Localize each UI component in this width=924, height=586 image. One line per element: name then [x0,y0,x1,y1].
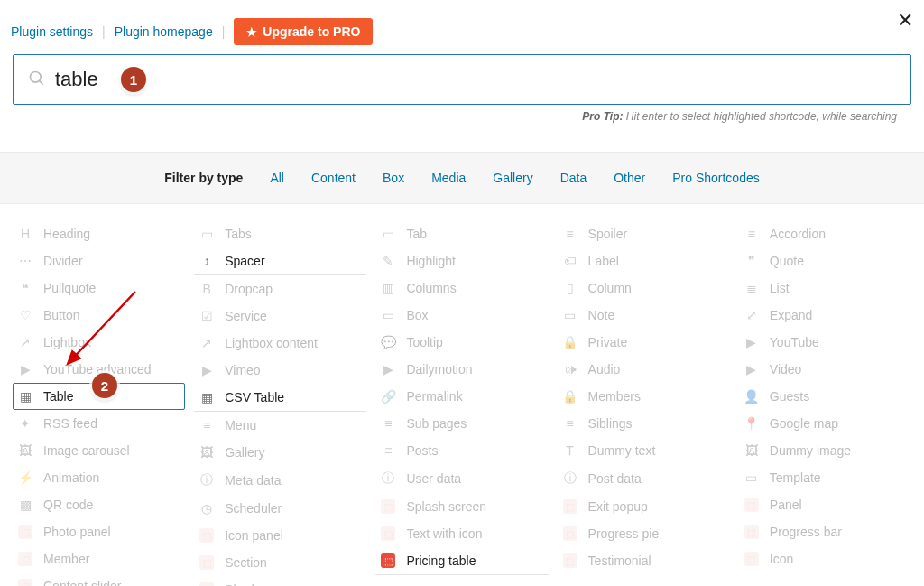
shortcode-item[interactable]: ↗Lightbox content [194,330,366,357]
shortcode-item[interactable]: ⬚Testimonial [558,547,730,574]
shortcode-item[interactable]: ▭Template [739,464,911,491]
shortcode-item[interactable]: ⬚Text with icon [375,520,548,547]
shortcode-item[interactable]: ⬚Splash screen [375,493,548,520]
shortcode-item[interactable]: BDropcap [194,275,366,302]
shortcode-item[interactable]: ⬚Icon [739,545,911,572]
shortcode-item[interactable]: ⬚Progress bar [739,518,911,545]
shortcode-item[interactable]: ↗Lightbox [13,329,185,356]
item-label: Tab [406,227,427,241]
shortcode-item[interactable]: ⓘUser data [375,464,548,493]
shortcode-grid: HHeading⋯Divider❝Pullquote♡Button↗Lightb… [0,204,924,586]
shortcode-item[interactable]: ▦CSV Table [194,384,366,412]
shortcode-item[interactable]: ⬚Progress pie [558,520,730,547]
shortcode-item[interactable]: 🕪Audio [558,356,730,383]
grid-column: HHeading⋯Divider❝Pullquote♡Button↗Lightb… [13,220,185,586]
upgrade-button[interactable]: ★ Upgrade to PRO [234,18,373,45]
item-label: Box [406,308,428,322]
shortcode-item[interactable]: ▭Box [375,302,548,329]
filter-content[interactable]: Content [311,171,356,185]
shortcode-item[interactable]: TDummy text [558,437,730,464]
filter-all[interactable]: All [270,171,284,185]
filter-box[interactable]: Box [383,171,404,185]
shortcode-item[interactable]: ▯Column [558,274,730,302]
star-icon: ★ [246,26,257,38]
shortcode-item[interactable]: ⓘPost data [558,464,730,493]
shortcode-item[interactable]: 💬Tooltip [375,329,548,356]
item-label: Progress bar [770,525,842,539]
shortcode-item[interactable]: ⋯Divider [13,247,185,274]
filter-pro[interactable]: Pro Shortcodes [672,171,760,185]
divider: | [222,24,226,39]
shortcode-item[interactable]: ▭Tabs [194,220,366,247]
shortcode-item[interactable]: ≡Sub pages [375,410,548,437]
item-label: Members [588,389,641,404]
item-label: Section [225,555,267,570]
shortcode-item[interactable]: ⬚Exit popup [558,493,730,520]
shortcode-item[interactable]: ▭Note [558,302,730,329]
plugin-settings-link[interactable]: Plugin settings [11,24,93,39]
shortcode-item[interactable]: ❞Quote [739,247,911,274]
shortcode-item[interactable]: ≡Spoiler [558,220,730,247]
shortcode-item[interactable]: ⬚Shadow [194,576,366,586]
item-label: Lightbox content [225,336,318,350]
item-label: Image carousel [43,443,130,458]
filter-other[interactable]: Other [614,171,645,185]
shortcode-item[interactable]: ▶YouTube [739,329,911,356]
item-label: Scheduler [225,501,282,516]
item-label: Video [770,362,802,377]
item-label: Icon panel [225,528,283,543]
item-label: Expand [770,308,812,322]
item-label: Dailymotion [406,362,472,377]
shortcode-item[interactable]: ◷Scheduler [194,495,366,522]
shortcode-item[interactable]: ⬚Photo panel [13,518,185,545]
shortcode-item[interactable]: ⬚Member [13,545,185,572]
search-input-wrap[interactable] [13,54,911,105]
shortcode-item[interactable]: ❝Pullquote [13,274,185,302]
shortcode-item[interactable]: ▩QR code [13,491,185,518]
shortcode-item[interactable]: ✦RSS feed [13,410,185,437]
shortcode-item[interactable]: 🖼Dummy image [739,437,911,464]
shortcode-item[interactable]: ≡Menu [194,412,366,439]
shortcode-item[interactable]: HHeading [13,220,185,247]
item-label: CSV Table [225,390,284,405]
filter-media[interactable]: Media [431,171,466,185]
shortcode-item[interactable]: ⬚Section [194,549,366,576]
search-input[interactable] [55,68,896,91]
plugin-homepage-link[interactable]: Plugin homepage [115,24,213,39]
shortcode-item[interactable]: ▶Video [739,356,911,383]
shortcode-item[interactable]: ☑Service [194,302,366,330]
shortcode-item[interactable]: 👤Guests [739,383,911,410]
filter-gallery[interactable]: Gallery [493,171,532,185]
shortcode-item[interactable]: ✎Highlight [375,247,548,274]
shortcode-item[interactable]: ⬚Content slider [13,572,185,586]
svg-line-1 [40,80,43,84]
item-label: Accordion [770,227,826,241]
shortcode-item[interactable]: ⬚Pricing table [375,547,548,575]
item-label: Highlight [406,254,455,268]
shortcode-item[interactable]: 🖼Image carousel [13,437,185,464]
shortcode-item[interactable]: ⓘMeta data [194,466,366,495]
shortcode-item[interactable]: 🔗Permalink [375,383,548,410]
shortcode-item[interactable]: ≡Posts [375,437,548,464]
close-button[interactable]: ✕ [897,9,913,33]
shortcode-item[interactable]: 🔒Private [558,329,730,356]
item-label: Post data [588,471,642,486]
shortcode-item[interactable]: ≣List [739,274,911,302]
shortcode-item[interactable]: 🖼Gallery [194,439,366,466]
shortcode-item[interactable]: 🔒Members [558,383,730,410]
shortcode-item[interactable]: ↕Spacer [194,247,366,275]
shortcode-item[interactable]: ⤢Expand [739,302,911,329]
shortcode-item[interactable]: ▶Dailymotion [375,356,548,383]
shortcode-item[interactable]: ≡Accordion [739,220,911,247]
shortcode-item[interactable]: ♡Button [13,302,185,329]
shortcode-item[interactable]: ⬚Icon panel [194,522,366,549]
shortcode-item[interactable]: ⚡Animation [13,464,185,491]
shortcode-item[interactable]: ≡Siblings [558,410,730,437]
shortcode-item[interactable]: ⬚Panel [739,491,911,518]
shortcode-item[interactable]: ▭Tab [375,220,548,247]
shortcode-item[interactable]: ▥Columns [375,274,548,302]
shortcode-item[interactable]: 🏷Label [558,247,730,274]
shortcode-item[interactable]: 📍Google map [739,410,911,437]
shortcode-item[interactable]: ▶Vimeo [194,357,366,384]
filter-data[interactable]: Data [560,171,587,185]
